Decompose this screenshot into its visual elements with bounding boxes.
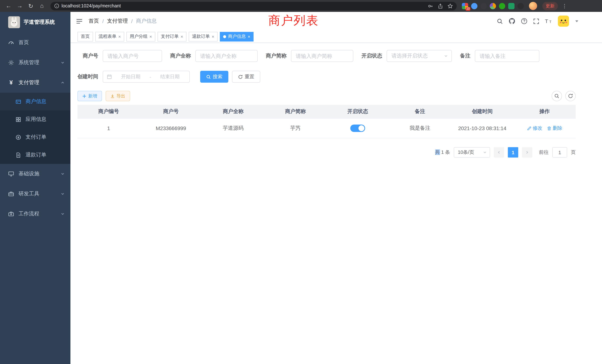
sidebar-item-app-info[interactable]: 应用信息 bbox=[0, 110, 70, 128]
next-page-button[interactable] bbox=[522, 147, 532, 158]
fullscreen-icon[interactable] bbox=[533, 18, 539, 24]
delete-link[interactable]: 删除 bbox=[547, 125, 562, 132]
tab-label: 退款订单 bbox=[192, 33, 210, 40]
sidebar-item-workflow[interactable]: 工作流程 bbox=[0, 204, 70, 224]
extension-icon-1[interactable]: 10 bbox=[462, 3, 468, 9]
refresh-table-button[interactable] bbox=[565, 91, 576, 101]
goto-page-input[interactable] bbox=[552, 147, 567, 158]
close-icon[interactable]: × bbox=[181, 34, 183, 39]
remark-input[interactable] bbox=[475, 50, 539, 62]
browser-address-bar[interactable]: localhost:1024/pay/merchant bbox=[50, 2, 457, 10]
close-icon[interactable]: × bbox=[118, 34, 121, 39]
close-icon[interactable]: × bbox=[149, 34, 152, 39]
sidebar-item-home[interactable]: 首页 bbox=[0, 33, 70, 53]
sidebar-item-label: 退款订单 bbox=[26, 152, 46, 158]
search-button-label: 搜索 bbox=[213, 73, 222, 80]
site-info-icon[interactable] bbox=[54, 3, 59, 9]
tab-pay-order[interactable]: 支付订单 × bbox=[158, 32, 186, 41]
extension-icon-3[interactable] bbox=[480, 3, 487, 9]
prev-page-button[interactable] bbox=[494, 147, 504, 158]
app-title: 芋道管理系统 bbox=[24, 19, 55, 26]
merchant-card-icon bbox=[15, 99, 21, 104]
browser-menu-icon[interactable]: ⋮ bbox=[562, 3, 568, 9]
tab-refund-order[interactable]: 退款订单 × bbox=[189, 32, 218, 41]
table-header-row: 商户编号 商户号 商户全称 商户简称 开启状态 备注 创建时间 操作 bbox=[77, 105, 576, 119]
hamburger-icon[interactable] bbox=[76, 18, 83, 24]
tags-view-bar: 首页 流程表单 × 用户分组 × 支付订单 × 退款订单 × 商户信息 × bbox=[70, 30, 602, 43]
status-select[interactable]: 请选择开启状态 bbox=[387, 50, 452, 62]
edit-link[interactable]: 修改 bbox=[527, 125, 542, 132]
tab-label: 首页 bbox=[81, 33, 90, 40]
date-end-placeholder[interactable]: 结束日期 bbox=[154, 73, 186, 80]
avatar-dropdown-caret-icon[interactable] bbox=[575, 20, 578, 22]
short-name-input[interactable] bbox=[291, 50, 353, 62]
status-toggle[interactable] bbox=[350, 125, 365, 132]
page-number-button[interactable]: 1 bbox=[508, 147, 518, 158]
column-header: 商户号 bbox=[140, 105, 202, 118]
browser-profile-avatar[interactable] bbox=[529, 2, 537, 10]
table-toolbar: 新增 导出 bbox=[77, 91, 576, 101]
chevron-down-icon bbox=[483, 150, 487, 154]
tab-process-form[interactable]: 流程表单 × bbox=[95, 32, 124, 41]
date-range-separator: - bbox=[150, 74, 151, 79]
sidebar-item-infrastructure[interactable]: 基础设施 bbox=[0, 164, 70, 184]
create-time-range-picker[interactable]: 开始日期 - 结束日期 bbox=[103, 71, 190, 83]
search-form-row-2: 创建时间 开始日期 - 结束日期 搜索 重置 bbox=[77, 71, 576, 83]
column-header: 商户全称 bbox=[202, 105, 264, 118]
column-header: 操作 bbox=[513, 105, 576, 118]
extension-icon-6[interactable] bbox=[508, 3, 515, 9]
sidebar-menu: 首页 系统管理 ¥ 支付管理 bbox=[0, 33, 70, 224]
yen-icon: ¥ bbox=[8, 79, 14, 86]
browser-reload-icon[interactable]: ↻ bbox=[26, 1, 36, 11]
sidebar-item-payment[interactable]: ¥ 支付管理 bbox=[0, 73, 70, 93]
tab-merchant-info[interactable]: 商户信息 × bbox=[220, 32, 254, 41]
chevron-up-icon bbox=[61, 81, 64, 85]
sidebar-item-pay-order[interactable]: 支付订单 bbox=[0, 128, 70, 146]
browser-back-icon[interactable]: ← bbox=[4, 1, 13, 11]
page-unit-label: 页 bbox=[571, 149, 576, 156]
github-icon[interactable] bbox=[509, 18, 515, 24]
reset-button[interactable]: 重置 bbox=[232, 71, 260, 83]
full-name-input[interactable] bbox=[195, 50, 258, 62]
app-logo[interactable]: 芋道管理系统 bbox=[0, 12, 70, 33]
breadcrumb-payment[interactable]: 支付管理 bbox=[107, 18, 128, 24]
remark-label: 备注 bbox=[460, 53, 470, 59]
merchant-no-input[interactable] bbox=[103, 50, 162, 62]
breadcrumb-home[interactable]: 首页 bbox=[89, 18, 99, 24]
cell-merchant-no: M233666999 bbox=[140, 119, 202, 138]
share-icon[interactable] bbox=[438, 3, 443, 9]
export-button[interactable]: 导出 bbox=[106, 91, 130, 101]
font-size-icon[interactable]: TT bbox=[545, 18, 552, 24]
sidebar-item-refund-order[interactable]: 退款订单 bbox=[0, 146, 70, 164]
date-start-placeholder[interactable]: 开始日期 bbox=[115, 73, 147, 80]
extension-icon-2[interactable] bbox=[471, 3, 477, 9]
close-icon[interactable]: × bbox=[212, 34, 214, 39]
extension-icon-7[interactable] bbox=[517, 3, 524, 9]
extension-icon-5[interactable] bbox=[499, 3, 505, 9]
sidebar-item-label: 商户信息 bbox=[26, 98, 46, 105]
search-button[interactable]: 搜索 bbox=[200, 71, 228, 83]
password-key-icon[interactable] bbox=[428, 3, 433, 9]
user-avatar[interactable] bbox=[558, 16, 569, 27]
browser-home-icon[interactable]: ⌂ bbox=[37, 1, 47, 11]
sidebar-item-system[interactable]: 系统管理 bbox=[0, 53, 70, 73]
browser-forward-icon[interactable]: → bbox=[15, 1, 24, 11]
browser-update-button[interactable]: 更新 bbox=[542, 2, 558, 10]
tab-home[interactable]: 首页 bbox=[77, 32, 93, 41]
sidebar-item-dev-tools[interactable]: 研发工具 bbox=[0, 184, 70, 204]
header-search-icon[interactable] bbox=[497, 18, 503, 24]
sidebar-item-label: 基础设施 bbox=[19, 171, 39, 177]
sidebar: 芋道管理系统 首页 系统管理 ¥ 支付管理 bbox=[0, 12, 70, 364]
toggle-search-button[interactable] bbox=[552, 91, 562, 101]
extension-icon-4[interactable] bbox=[490, 3, 496, 9]
column-header: 备注 bbox=[389, 105, 451, 118]
page-size-select[interactable]: 10条/页 bbox=[454, 147, 490, 158]
tab-user-group[interactable]: 用户分组 × bbox=[126, 32, 155, 41]
close-icon[interactable]: × bbox=[248, 34, 250, 39]
merchant-table: 商户编号 商户号 商户全称 商户简称 开启状态 备注 创建时间 操作 1 M23… bbox=[77, 105, 576, 138]
page-size-value: 10条/页 bbox=[458, 149, 474, 156]
bookmark-star-icon[interactable] bbox=[447, 3, 453, 9]
help-icon[interactable] bbox=[521, 18, 527, 24]
sidebar-item-merchant-info[interactable]: 商户信息 bbox=[0, 93, 70, 110]
add-button[interactable]: 新增 bbox=[77, 91, 102, 101]
